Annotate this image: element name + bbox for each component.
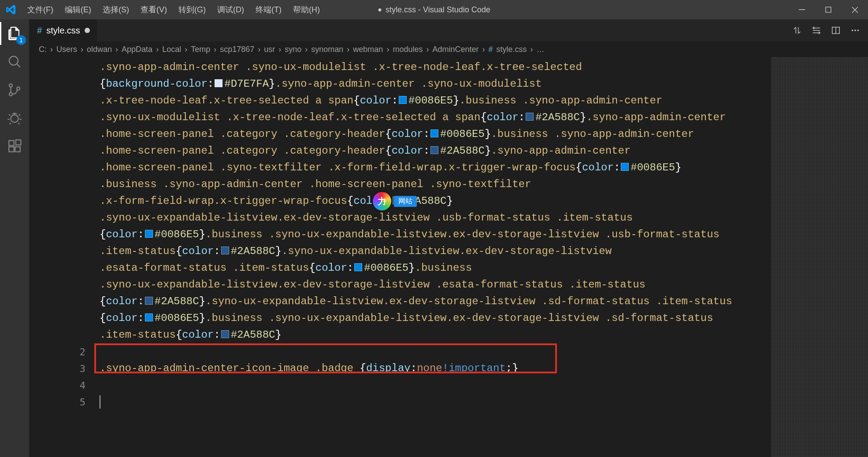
- svg-point-2: [9, 56, 18, 65]
- extensions-icon[interactable]: [6, 137, 23, 155]
- breadcrumb-part[interactable]: Users: [56, 45, 77, 54]
- dirty-dot-title-icon: ●: [378, 6, 382, 14]
- menu-select[interactable]: 选择(S): [97, 0, 134, 19]
- editor-actions: [792, 19, 868, 41]
- debug-icon[interactable]: [6, 109, 23, 127]
- svg-point-14: [857, 29, 859, 31]
- svg-rect-10: [16, 140, 21, 145]
- line-number: 4: [29, 377, 100, 394]
- menu-bar: 文件(F) 编辑(E) 选择(S) 查看(V) 转到(G) 调试(D) 终端(T…: [22, 0, 325, 19]
- explorer-badge: 1: [16, 35, 26, 45]
- svg-rect-8: [9, 147, 14, 151]
- minimap-content: [771, 57, 868, 457]
- tab-bar: # style.css: [29, 19, 868, 41]
- tab-dirty-dot-icon: [85, 28, 90, 33]
- breadcrumb-part[interactable]: Local: [162, 45, 181, 54]
- breadcrumb-part[interactable]: C:: [39, 45, 47, 54]
- watermark: 力 网站: [373, 192, 417, 210]
- svg-point-13: [854, 29, 856, 31]
- menu-debug[interactable]: 调试(D): [212, 0, 249, 19]
- window-controls: [789, 0, 868, 19]
- menu-terminal[interactable]: 终端(T): [250, 0, 287, 19]
- menu-view[interactable]: 查看(V): [135, 0, 172, 19]
- css-file-icon: #: [37, 26, 42, 36]
- svg-point-4: [9, 92, 12, 96]
- svg-point-5: [17, 87, 20, 90]
- breadcrumb-part[interactable]: modules: [393, 45, 423, 54]
- breadcrumb[interactable]: C:› Users› oldwan› AppData› Local› Temp›…: [29, 41, 868, 57]
- line-number: 5: [29, 394, 100, 410]
- line-number-gutter: 2 3 4 5: [29, 57, 100, 457]
- breadcrumb-part[interactable]: synoman: [311, 45, 343, 54]
- menu-edit[interactable]: 编辑(E): [59, 0, 96, 19]
- menu-file[interactable]: 文件(F): [22, 0, 59, 19]
- source-control-icon[interactable]: [6, 81, 23, 99]
- svg-point-6: [11, 115, 19, 122]
- minimap[interactable]: [771, 57, 868, 457]
- line-number: 2: [29, 343, 100, 360]
- vscode-logo-icon: [6, 5, 16, 15]
- more-actions-icon[interactable]: [850, 26, 860, 35]
- window-title-text: style.css - Visual Studio Code: [386, 5, 490, 15]
- open-changes-icon[interactable]: [812, 26, 821, 35]
- tab-filename: style.css: [46, 26, 80, 36]
- editor-area: # style.css C:› Us: [29, 19, 868, 457]
- split-editor-icon[interactable]: [831, 26, 841, 35]
- breadcrumb-part[interactable]: oldwan: [87, 45, 112, 54]
- svg-rect-1: [826, 7, 831, 12]
- explorer-icon[interactable]: 1: [6, 25, 23, 42]
- minimize-button[interactable]: [789, 0, 815, 19]
- annotation-red-box: [94, 343, 557, 373]
- menu-goto[interactable]: 转到(G): [173, 0, 211, 19]
- search-icon[interactable]: [6, 53, 23, 70]
- code-content[interactable]: .syno-app-admin-center .syno-ux-moduleli…: [100, 57, 771, 457]
- activity-bar: 1: [0, 19, 29, 457]
- menu-help[interactable]: 帮助(H): [288, 0, 325, 19]
- editor-body[interactable]: 2 3 4 5 .syno-app-admin-center .syno-ux-…: [29, 57, 868, 457]
- breadcrumb-part[interactable]: Temp: [191, 45, 210, 54]
- breadcrumb-part[interactable]: webman: [353, 45, 383, 54]
- tab-style-css[interactable]: # style.css: [29, 19, 97, 41]
- svg-point-12: [852, 29, 853, 31]
- breadcrumb-part[interactable]: AdminCenter: [432, 45, 479, 54]
- watermark-badge: 网站: [394, 196, 417, 207]
- compare-changes-icon[interactable]: [792, 26, 802, 35]
- line-number: 3: [29, 360, 100, 377]
- watermark-logo-icon: 力: [373, 192, 391, 210]
- breadcrumb-part[interactable]: scp17867: [220, 45, 254, 54]
- breadcrumb-part[interactable]: syno: [285, 45, 301, 54]
- svg-rect-0: [799, 9, 805, 10]
- svg-rect-7: [9, 140, 14, 145]
- maximize-button[interactable]: [815, 0, 842, 19]
- close-button[interactable]: [842, 0, 868, 19]
- title-bar: 文件(F) 编辑(E) 选择(S) 查看(V) 转到(G) 调试(D) 终端(T…: [0, 0, 868, 19]
- breadcrumb-file[interactable]: style.css: [497, 45, 527, 54]
- svg-point-3: [9, 84, 12, 87]
- css-file-icon: #: [488, 45, 493, 54]
- breadcrumb-ellipsis[interactable]: …: [537, 45, 545, 54]
- breadcrumb-part[interactable]: usr: [264, 45, 275, 54]
- window-title: ● style.css - Visual Studio Code: [378, 5, 490, 15]
- breadcrumb-part[interactable]: AppData: [122, 45, 152, 54]
- svg-rect-9: [15, 147, 20, 151]
